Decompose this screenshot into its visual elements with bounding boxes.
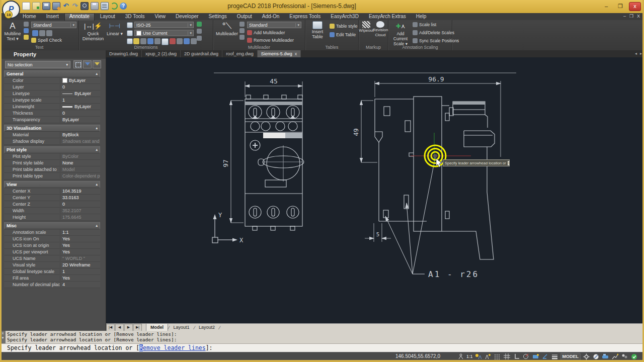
tab-express-tools[interactable]: Express Tools bbox=[285, 13, 325, 20]
tab-home[interactable]: Home bbox=[18, 13, 41, 20]
tab-easyarch3d[interactable]: EasyArch3D bbox=[326, 13, 363, 20]
edit-table-button[interactable]: Edit Table bbox=[330, 32, 356, 37]
model-space-button[interactable]: MODEL bbox=[560, 353, 581, 360]
doc-tab-siemens[interactable]: Siemens-5.dwgx bbox=[258, 50, 301, 57]
dim-update-icon[interactable] bbox=[127, 38, 133, 44]
property-row-center-y[interactable]: Center Y33.0163 bbox=[4, 195, 100, 201]
filter-icon[interactable] bbox=[93, 60, 101, 68]
text-style-icon[interactable] bbox=[24, 35, 29, 40]
ortho-icon[interactable] bbox=[513, 353, 521, 360]
dim-arc-icon[interactable] bbox=[154, 38, 160, 44]
property-row-height[interactable]: Height175.6645 bbox=[4, 214, 100, 221]
section-misc[interactable]: Misc▴ bbox=[4, 222, 100, 229]
selection-combo[interactable]: No selection▾ bbox=[5, 61, 70, 68]
dim-baseline-icon[interactable] bbox=[127, 22, 133, 28]
workspace-icon[interactable] bbox=[620, 353, 628, 360]
property-row-ucs-per-viewport[interactable]: UCS per viewportYes bbox=[4, 249, 100, 255]
tab-output[interactable]: Output bbox=[232, 13, 257, 20]
dim-diameter-icon[interactable] bbox=[147, 38, 153, 44]
polar-tracking-icon[interactable] bbox=[522, 353, 530, 360]
mleader-style-combo[interactable]: Standard▾ bbox=[247, 22, 301, 28]
mleader-style-icon[interactable] bbox=[239, 35, 245, 40]
settings-gear-icon[interactable] bbox=[582, 353, 590, 360]
annotation-visibility-icon[interactable] bbox=[474, 353, 482, 360]
property-row-lineweight[interactable]: LineweightByLayer bbox=[4, 104, 100, 110]
tab-view[interactable]: View bbox=[150, 13, 171, 20]
tab-model[interactable]: Model bbox=[146, 324, 168, 331]
dim-oblique-icon[interactable] bbox=[184, 38, 190, 44]
dim-angular-icon[interactable] bbox=[133, 38, 139, 44]
doc-tab-guardrail[interactable]: 2D guardrail.dwg bbox=[181, 50, 222, 57]
property-row-print-table-attached[interactable]: Print table attached toModel bbox=[4, 166, 100, 173]
status-ok-icon[interactable] bbox=[630, 353, 638, 360]
add-multileader-button[interactable]: Add Multileader bbox=[247, 30, 285, 35]
tab-developer[interactable]: Developer bbox=[171, 13, 203, 20]
tab-layout[interactable]: Layout bbox=[96, 13, 120, 20]
property-row-print-style-table[interactable]: Print style tableNone bbox=[4, 160, 100, 166]
section-general[interactable]: General▴ bbox=[4, 70, 100, 77]
dim-layer-combo[interactable]: Use Current▾ bbox=[134, 30, 194, 36]
property-row-width[interactable]: Width352.2107 bbox=[4, 208, 100, 214]
tab-scroll-left-icon[interactable]: ◂ bbox=[635, 50, 637, 57]
tab-insert[interactable]: Insert bbox=[42, 13, 63, 20]
grid-icon[interactable] bbox=[503, 353, 511, 360]
remove-multileader-button[interactable]: Remove Multileader bbox=[247, 38, 294, 43]
restore-button[interactable]: ❐ bbox=[615, 3, 626, 11]
command-history[interactable]: Specify leader arrowhead location or [Re… bbox=[7, 331, 641, 343]
mleader-align-icon[interactable] bbox=[239, 22, 245, 27]
mdi-close-button[interactable]: X bbox=[637, 14, 640, 19]
first-layout-icon[interactable]: |◀ bbox=[106, 324, 115, 331]
lineweight-icon[interactable] bbox=[551, 353, 559, 360]
linear-dimension-button[interactable]: ⊢⊣ Linear ▾ bbox=[106, 21, 124, 36]
doc-tab-close-icon[interactable]: x bbox=[295, 51, 297, 56]
property-row-plot-style[interactable]: Plot styleByColor bbox=[4, 153, 100, 160]
tab-easyarch-extras[interactable]: EasyArch Extras bbox=[364, 13, 411, 20]
property-row-ucs-icon-on[interactable]: UCS icon OnYes bbox=[4, 236, 100, 242]
doc-tab-roof[interactable]: roof_eng.dwg bbox=[222, 50, 258, 57]
doc-tab-drawing1[interactable]: Drawing1.dwg bbox=[106, 50, 142, 57]
tab-annotate[interactable]: Annotate bbox=[64, 13, 95, 21]
command-input-line[interactable]: Specify leader arrowhead location or [Re… bbox=[0, 343, 644, 352]
single-line-text-icon[interactable] bbox=[24, 22, 29, 27]
multiline-text-button[interactable]: A Multiline Text ▾ bbox=[2, 21, 23, 41]
scale-list-button[interactable]: Scale list bbox=[413, 22, 436, 27]
property-row-linetype[interactable]: LinetypeByLayer bbox=[4, 90, 100, 97]
entity-tracking-icon[interactable] bbox=[541, 353, 549, 360]
dim-tolerance-icon[interactable] bbox=[170, 38, 176, 44]
prev-layout-icon[interactable]: ◀ bbox=[115, 324, 124, 331]
dim-continue-icon[interactable] bbox=[127, 30, 133, 36]
doc-tab-xpup[interactable]: xpup_2 (2).dwg bbox=[142, 50, 181, 57]
command-option-link[interactable]: emove leader lines bbox=[143, 344, 206, 351]
app-logo[interactable]: P 18 bbox=[2, 1, 20, 19]
property-row-ucs-name[interactable]: UCS Name" WORLD " bbox=[4, 255, 100, 262]
mdi-restore-button[interactable]: ❐ bbox=[629, 14, 633, 19]
select-entities-icon[interactable] bbox=[73, 60, 82, 68]
section-plot-style[interactable]: Plot style▴ bbox=[4, 146, 100, 153]
mdi-minimize-button[interactable]: – bbox=[623, 14, 626, 19]
annotation-scale-icon[interactable] bbox=[457, 353, 465, 360]
property-row-decimal-places[interactable]: Number of decimal places4 bbox=[4, 282, 100, 288]
property-row-transparency[interactable]: TransparencyByLayer bbox=[4, 117, 100, 123]
insert-table-button[interactable]: Insert Table bbox=[308, 21, 327, 39]
mleader-collect-icon[interactable] bbox=[239, 28, 245, 33]
tab-help[interactable]: Help bbox=[412, 13, 431, 20]
spell-check-button[interactable]: Spell Check bbox=[31, 38, 62, 43]
last-layout-ic[interactable]: ▶| bbox=[133, 324, 142, 331]
tab-settings[interactable]: Settings bbox=[204, 13, 231, 20]
minimize-button[interactable]: – bbox=[601, 3, 612, 11]
property-row-thickness[interactable]: Thickness0 bbox=[4, 110, 100, 117]
align-text-icon[interactable] bbox=[39, 30, 45, 36]
text-style-combo[interactable]: Standard▾ bbox=[31, 22, 76, 28]
revision-cloud-button[interactable]: Revision Cloud bbox=[373, 21, 387, 38]
property-row-shadow-display[interactable]: Shadow displayShadows cast and recei... bbox=[4, 138, 100, 145]
snap-icon[interactable] bbox=[494, 353, 502, 360]
tab-layout1[interactable]: Layout1 bbox=[170, 324, 194, 331]
add-delete-scales-button[interactable]: Add/Delete Scales bbox=[413, 30, 454, 35]
dim-add-icon[interactable] bbox=[197, 22, 202, 27]
wipeout-button[interactable]: Wipeout bbox=[360, 21, 373, 33]
close-button[interactable]: x bbox=[629, 2, 641, 11]
dim-ordinate-icon[interactable] bbox=[162, 38, 169, 45]
quick-properties-icon[interactable] bbox=[592, 353, 600, 360]
property-row-visual-style[interactable]: Visual style2D Wireframe bbox=[4, 262, 100, 268]
paragraph-icon[interactable] bbox=[32, 30, 38, 36]
